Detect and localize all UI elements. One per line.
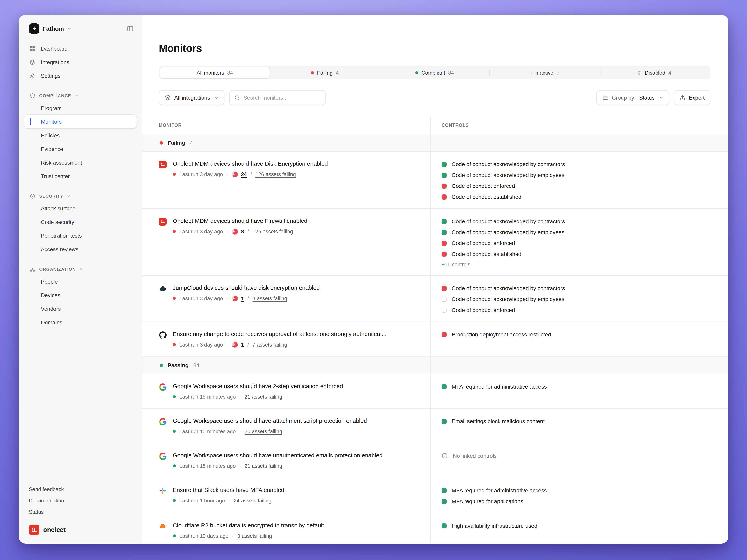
integrations-icon xyxy=(164,95,171,101)
tab-count: 4 xyxy=(336,70,338,76)
sidebar: Fathom DashboardIntegrationsSettings COM… xyxy=(19,15,143,544)
sidebar-item-people[interactable]: People xyxy=(24,274,136,288)
control-item[interactable]: Code of conduct enforced xyxy=(442,182,719,190)
sidebar-item-vendors[interactable]: Vendors xyxy=(24,302,136,315)
assets-failing-link[interactable]: 21 assets failing xyxy=(244,394,282,400)
group-label: Failing xyxy=(168,140,185,146)
sidebar-item-domains[interactable]: Domains xyxy=(24,315,136,329)
control-item[interactable]: MFA required for administrative access xyxy=(442,486,719,494)
meta-separator: · xyxy=(239,394,241,400)
sidebar-sections: COMPLIANCEProgramMonitorsPoliciesEvidenc… xyxy=(19,82,142,329)
control-status-icon xyxy=(442,251,447,257)
control-item[interactable]: Code of conduct enforced xyxy=(442,239,719,247)
control-item[interactable]: MFA required for administrative access xyxy=(442,383,719,391)
sidebar-item-integrations[interactable]: Integrations xyxy=(24,55,136,69)
workspace-switcher[interactable]: Fathom xyxy=(19,15,142,38)
failing-count-link[interactable]: 1 xyxy=(241,342,244,347)
monitor-row[interactable]: 1LOneleet MDM devices should have Disk E… xyxy=(143,151,728,209)
failing-count-link[interactable]: 24 xyxy=(241,171,247,177)
assets-failing-link[interactable]: 20 assets failing xyxy=(244,428,282,434)
sidebar-item-program[interactable]: Program xyxy=(24,101,136,115)
last-run-text: Last run 1 hour ago xyxy=(179,498,225,503)
tab-disabled[interactable]: Disabled4 xyxy=(599,67,709,78)
sidebar-item-trust-center[interactable]: Trust center xyxy=(24,169,136,183)
control-item[interactable]: Code of conduct acknowledged by employee… xyxy=(442,295,719,303)
control-item[interactable]: Code of conduct acknowledged by employee… xyxy=(442,171,719,179)
sidebar-section-header-security[interactable]: SECURITY xyxy=(24,191,136,202)
monitor-meta: Last run 3 day ago·8/126 assets failing xyxy=(173,228,416,235)
monitor-row[interactable]: Google Workspace users should have 2-ste… xyxy=(143,374,728,408)
sidebar-item-monitors[interactable]: Monitors xyxy=(24,115,136,128)
sidebar-item-devices[interactable]: Devices xyxy=(24,288,136,302)
sidebar-section-header-organization[interactable]: ORGANIZATION xyxy=(24,264,136,274)
google-icon xyxy=(159,383,166,391)
control-status-icon xyxy=(442,332,447,337)
sidebar-collapse-icon[interactable] xyxy=(127,25,133,32)
tab-all-monitors[interactable]: All monitors84 xyxy=(160,67,270,78)
assets-failing-link[interactable]: 126 assets failing xyxy=(255,171,296,177)
group-header-failing[interactable]: Failing4 xyxy=(143,134,728,151)
assets-failing-link[interactable]: 126 assets failing xyxy=(253,229,293,234)
control-item[interactable]: Code of conduct established xyxy=(442,250,719,258)
control-item[interactable]: Code of conduct acknowledged by employee… xyxy=(442,228,719,236)
assets-failing-link[interactable]: 21 assets failing xyxy=(244,463,282,469)
failing-count-link[interactable]: 1 xyxy=(241,295,244,301)
assets-failing-link[interactable]: 3 assets failing xyxy=(237,533,272,539)
tab-failing[interactable]: Failing4 xyxy=(270,67,380,78)
control-item[interactable]: Code of conduct acknowledged by contract… xyxy=(442,284,719,292)
footer-link-documentation[interactable]: Documentation xyxy=(29,495,132,506)
sidebar-item-penetration-tests[interactable]: Penetration tests xyxy=(24,229,136,242)
control-label: Code of conduct acknowledged by contract… xyxy=(452,161,565,167)
control-item[interactable]: Code of conduct established xyxy=(442,193,719,201)
last-run-text: Last run 15 minutes ago xyxy=(179,428,236,434)
export-button[interactable]: Export xyxy=(674,90,711,105)
control-checkbox[interactable] xyxy=(442,308,447,313)
failing-count-link[interactable]: 8 xyxy=(241,229,244,234)
tab-compliant[interactable]: Compliant84 xyxy=(380,67,490,78)
control-status-icon xyxy=(442,194,447,199)
search-monitors[interactable] xyxy=(229,90,326,105)
monitor-row[interactable]: Google Workspace users should have attac… xyxy=(143,408,728,443)
sidebar-item-label: Penetration tests xyxy=(41,232,82,239)
control-label: Code of conduct acknowledged by contract… xyxy=(452,218,565,224)
group-by-button[interactable]: Group by: Status xyxy=(597,90,669,105)
sidebar-section-header-compliance[interactable]: COMPLIANCE xyxy=(24,90,136,101)
monitor-row[interactable]: Ensure any change to code receives appro… xyxy=(143,322,728,356)
monitor-row[interactable]: Cloudflare R2 bucket data is encrypted i… xyxy=(143,513,728,544)
control-label: No linked controls xyxy=(453,453,497,459)
sidebar-item-evidence[interactable]: Evidence xyxy=(24,142,136,156)
control-item[interactable]: Email settings block malicious content xyxy=(442,417,719,425)
tab-inactive[interactable]: Inactive7 xyxy=(489,67,599,78)
assets-failing-link[interactable]: 24 assets failing xyxy=(234,498,272,503)
sidebar-item-attack-surface[interactable]: Attack surface xyxy=(24,202,136,215)
footer-link-status[interactable]: Status xyxy=(29,506,132,517)
sidebar-item-policies[interactable]: Policies xyxy=(24,128,136,142)
control-item[interactable]: Code of conduct acknowledged by contract… xyxy=(442,160,719,168)
monitor-row[interactable]: Google Workspace users should have unaut… xyxy=(143,443,728,478)
group-header-passing[interactable]: Passing84 xyxy=(143,356,728,374)
monitor-row[interactable]: Ensure that Slack users have MFA enabled… xyxy=(143,478,728,513)
monitor-row[interactable]: 1LOneleet MDM devices should have Firewa… xyxy=(143,209,728,275)
sidebar-item-access-reviews[interactable]: Access reviews xyxy=(24,242,136,256)
assets-failing-link[interactable]: 3 assets failing xyxy=(253,295,287,301)
control-item[interactable]: MFA required for applications xyxy=(442,498,719,505)
assets-failing-link[interactable]: 7 assets failing xyxy=(253,342,287,347)
sidebar-item-label: Domains xyxy=(41,319,62,325)
last-run-text: Last run 3 day ago xyxy=(179,171,223,177)
control-item[interactable]: Code of conduct enforced xyxy=(442,306,719,314)
search-input[interactable] xyxy=(243,95,320,101)
sidebar-item-settings[interactable]: Settings xyxy=(24,69,136,82)
control-checkbox[interactable] xyxy=(442,296,447,301)
integrations-filter-button[interactable]: All integrations xyxy=(159,90,225,105)
sidebar-item-dashboard[interactable]: Dashboard xyxy=(24,42,136,55)
dashboard-icon xyxy=(29,45,36,52)
group-label: Passing xyxy=(168,362,188,368)
control-item[interactable]: Production deployment access restricted xyxy=(442,330,719,338)
more-controls-link[interactable]: +16 controls xyxy=(442,262,719,268)
sidebar-item-risk-assessment[interactable]: Risk assessment xyxy=(24,156,136,169)
footer-link-send-feedback[interactable]: Send feedback xyxy=(29,484,132,495)
control-item[interactable]: High availability infrastructure used xyxy=(442,522,719,530)
control-item[interactable]: Code of conduct acknowledged by contract… xyxy=(442,217,719,225)
monitor-row[interactable]: JumpCloud devices should have disk encry… xyxy=(143,275,728,322)
sidebar-item-code-security[interactable]: Code security xyxy=(24,215,136,229)
